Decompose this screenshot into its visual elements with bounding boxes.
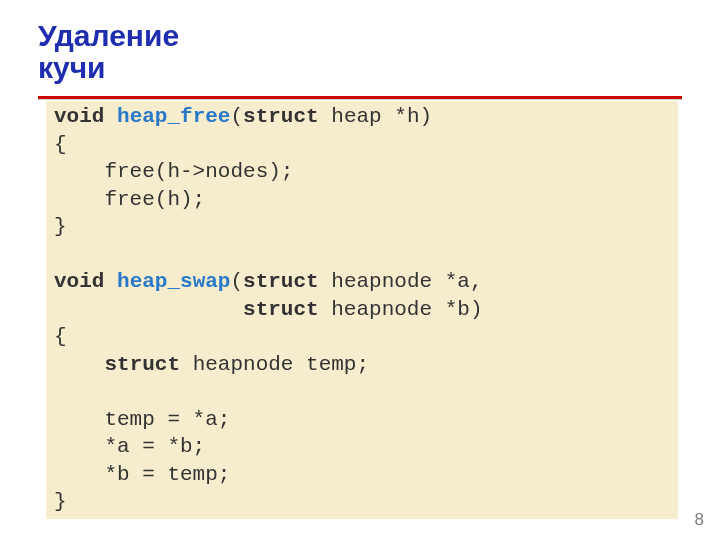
code-text: heapnode *b) xyxy=(319,298,483,321)
keyword-struct: struct xyxy=(243,105,319,128)
keyword-void: void xyxy=(54,105,104,128)
code-pad xyxy=(54,353,104,376)
code-line: *b = temp; xyxy=(54,463,230,486)
title-underline-grey xyxy=(38,99,682,100)
func-heap-swap: heap_swap xyxy=(117,270,230,293)
code-line: temp = *a; xyxy=(54,408,230,431)
title-line-2: кучи xyxy=(38,51,106,84)
code-line: } xyxy=(54,490,67,513)
slide: Удаление кучи void heap_free(struct heap… xyxy=(0,0,720,540)
slide-title: Удаление кучи xyxy=(38,20,179,83)
code-pad xyxy=(54,298,243,321)
code-line: { xyxy=(54,133,67,156)
code-text: heapnode temp; xyxy=(180,353,369,376)
code-content: void heap_free(struct heap *h) { free(h-… xyxy=(54,103,670,516)
keyword-struct: struct xyxy=(243,298,319,321)
keyword-struct: struct xyxy=(104,353,180,376)
title-line-1: Удаление xyxy=(38,19,179,52)
code-line: free(h); xyxy=(54,188,205,211)
code-line: *a = *b; xyxy=(54,435,205,458)
keyword-struct: struct xyxy=(243,270,319,293)
keyword-void: void xyxy=(54,270,104,293)
code-text: heapnode *a, xyxy=(319,270,483,293)
func-heap-free: heap_free xyxy=(117,105,230,128)
code-block: void heap_free(struct heap *h) { free(h-… xyxy=(46,101,678,519)
code-line: } xyxy=(54,215,67,238)
code-text: ( xyxy=(230,270,243,293)
code-line: free(h->nodes); xyxy=(54,160,293,183)
code-line: { xyxy=(54,325,67,348)
page-number: 8 xyxy=(695,510,704,530)
code-text: heap *h) xyxy=(319,105,432,128)
code-text: ( xyxy=(230,105,243,128)
